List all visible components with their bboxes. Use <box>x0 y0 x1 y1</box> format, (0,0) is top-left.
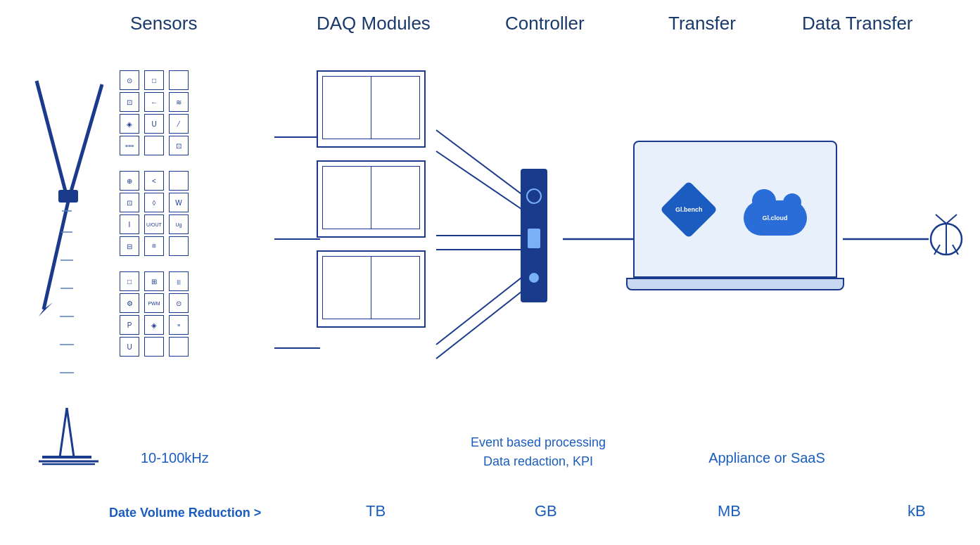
sensor-icon: PWM <box>144 293 164 313</box>
ctrl-dot <box>529 273 539 283</box>
data-redaction-text: Data redaction, KPI <box>429 452 647 471</box>
svg-line-32 <box>936 214 946 224</box>
svg-marker-10 <box>93 79 107 95</box>
sensor-icon: ⊟ <box>120 236 139 256</box>
svg-marker-12 <box>39 302 53 316</box>
tb-label: TB <box>366 502 386 520</box>
transfer-header: Transfer <box>668 13 736 34</box>
laptop-area: Gl.bench Gl.cloud <box>633 141 844 290</box>
ctrl-rect <box>528 229 540 248</box>
sensor-icon: W <box>169 193 189 212</box>
sensor-icon: ≡≡≡ <box>120 136 139 155</box>
sensors-header: Sensors <box>130 13 197 34</box>
diagram-container: Sensors DAQ Modules Controller Transfer … <box>0 0 980 545</box>
svg-line-0 <box>60 408 67 457</box>
sensor-icon: U/OUT <box>144 214 164 234</box>
svg-line-9 <box>71 84 102 191</box>
daq-area <box>317 70 426 340</box>
sensor-icon: ⊞ <box>144 271 164 291</box>
sensor-group-3: □ ⊞ ||| ⚙ PWM ⊙ P ◈ ≡ U <box>120 271 191 357</box>
kb-label: kB <box>908 502 926 520</box>
svg-line-33 <box>946 214 957 224</box>
sensor-icon: < <box>144 171 164 191</box>
sensor-icon <box>144 337 164 357</box>
sensor-group-2: ⊕ < ⊡ ◊ W I U/OUT Ug ⊟ ⊞ <box>120 171 191 256</box>
daq-module-1 <box>317 70 426 148</box>
sensor-icon: ⊞ <box>144 236 164 256</box>
sensor-icon <box>169 171 189 191</box>
sensor-icon: ◈ <box>120 114 139 134</box>
sensor-icon: P <box>120 315 139 335</box>
sensor-group-1: ⊙ □ ⊡ ← ≋ ◈ U ∕ ≡≡≡ ⊡ <box>120 70 191 155</box>
svg-rect-5 <box>58 190 78 203</box>
svg-line-23 <box>436 130 535 204</box>
gl-bench-badge: Gl.bench <box>664 185 713 234</box>
sensor-icon: I <box>120 214 139 234</box>
sensor-icon: ⊡ <box>169 136 189 155</box>
sensor-icon: □ <box>144 70 164 90</box>
sensor-icon: ∕ <box>169 114 189 134</box>
svg-line-27 <box>436 267 535 345</box>
svg-line-7 <box>37 81 65 191</box>
controller-area <box>521 169 547 302</box>
daq-header: DAQ Modules <box>317 13 431 34</box>
sensor-icon <box>144 136 164 155</box>
sensor-icon <box>169 337 189 357</box>
ctrl-circle <box>526 188 542 204</box>
daq-module-2 <box>317 160 426 238</box>
svg-line-1 <box>67 408 74 457</box>
svg-line-34 <box>934 245 940 255</box>
gl-bench-diamond: Gl.bench <box>659 180 717 238</box>
sensor-icon: ◊ <box>144 193 164 212</box>
svg-line-11 <box>44 201 68 309</box>
event-based-label: Event based processing Data redaction, K… <box>429 433 647 471</box>
sensor-icon: ≡ <box>169 315 189 335</box>
sensor-icon: ≋ <box>169 92 189 112</box>
mb-label: MB <box>718 502 741 520</box>
controller-box <box>521 169 547 302</box>
svg-line-35 <box>953 245 958 255</box>
sensor-icon: □ <box>120 271 139 291</box>
svg-line-24 <box>436 151 535 218</box>
sensor-icon: ← <box>144 92 164 112</box>
svg-line-28 <box>436 281 535 359</box>
sensor-icon <box>169 236 189 256</box>
svg-point-6 <box>63 191 73 201</box>
sensors-area: ⊙ □ ⊡ ← ≋ ◈ U ∕ ≡≡≡ ⊡ ⊕ < ⊡ ◊ W <box>120 70 191 372</box>
sensor-icon: ⊡ <box>120 193 139 212</box>
svg-marker-8 <box>32 76 46 90</box>
appliance-label: Appliance or SaaS <box>689 450 844 466</box>
data-transfer-header: Data Transfer <box>802 13 913 34</box>
sensor-icon: ⚙ <box>120 293 139 313</box>
sensor-icon: ⊕ <box>120 171 139 191</box>
sensor-icon <box>169 70 189 90</box>
data-volume-label: Date Volume Reduction > <box>109 506 261 520</box>
sensor-icon: U <box>120 337 139 357</box>
sensor-icon: ⊡ <box>120 92 139 112</box>
sensor-icon: ||| <box>169 271 189 291</box>
frequency-label: 10-100kHz <box>141 450 209 466</box>
sensor-icon: ⊙ <box>120 70 139 90</box>
event-based-text: Event based processing <box>429 433 647 452</box>
laptop-base <box>626 278 844 290</box>
gl-bench-label: Gl.bench <box>675 205 702 212</box>
gl-cloud-shape: Gl.cloud <box>744 200 807 236</box>
laptop-screen: Gl.bench Gl.cloud <box>633 141 837 278</box>
sensor-icon: ⊙ <box>169 293 189 313</box>
daq-module-3 <box>317 250 426 328</box>
svg-point-31 <box>931 224 962 255</box>
sensor-icon: U <box>144 114 164 134</box>
sensor-icon: ◈ <box>144 315 164 335</box>
gl-cloud-label: Gl.cloud <box>763 214 788 222</box>
controller-header: Controller <box>505 13 585 34</box>
sensor-icon: Ug <box>169 214 189 234</box>
gb-label: GB <box>535 502 557 520</box>
gl-cloud-badge: Gl.cloud <box>744 183 807 236</box>
